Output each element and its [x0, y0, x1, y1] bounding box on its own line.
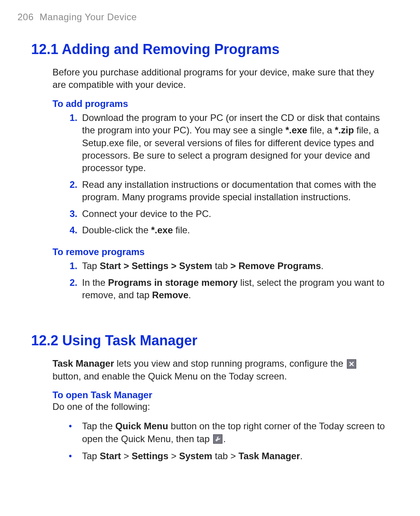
manual-page: 206 Managing Your Device 12.1 Adding and… [0, 0, 420, 516]
close-icon [347, 359, 356, 369]
open-task-manager-bullets: • Tap the Quick Menu button on the top r… [18, 420, 385, 463]
bullet-text: Tap the Quick Menu button on the top rig… [82, 421, 385, 444]
step-number: 2. [66, 178, 77, 191]
section-heading-12-1: 12.1 Adding and Removing Programs [18, 41, 385, 58]
add-programs-steps: 1. Download the program to your PC (or i… [18, 112, 385, 237]
bullet-marker: • [69, 450, 72, 462]
step-text: Tap Start > Settings > System tab > Remo… [82, 261, 324, 271]
step-number: 1. [66, 112, 77, 124]
bullet-quick-menu: • Tap the Quick Menu button on the top r… [80, 420, 385, 446]
subhead-add-programs: To add programs [18, 98, 385, 109]
step-text: Double-click the *.exe file. [82, 225, 190, 235]
step-text: Read any installation instructions or do… [82, 179, 376, 202]
step-text: Download the program to your PC (or inse… [82, 112, 380, 173]
step-number: 1. [66, 260, 77, 272]
subhead-remove-programs: To remove programs [18, 247, 385, 257]
step-number: 2. [66, 276, 77, 289]
step-number: 3. [66, 208, 77, 220]
subhead-open-task-manager: To open Task Manager [18, 390, 385, 401]
remove-step-2: 2. In the Programs in storage memory lis… [80, 276, 385, 302]
bullet-start-settings: • Tap Start > Settings > System tab > Ta… [80, 450, 385, 463]
wrench-icon [213, 434, 222, 444]
step-number: 4. [66, 224, 77, 236]
step-text: Connect your device to the PC. [82, 208, 211, 219]
running-header: 206 Managing Your Device [18, 12, 385, 23]
remove-step-1: 1. Tap Start > Settings > System tab > R… [80, 260, 385, 272]
add-step-1: 1. Download the program to your PC (or i… [80, 112, 385, 175]
add-step-3: 3. Connect your device to the PC. [80, 208, 385, 220]
add-step-2: 2. Read any installation instructions or… [80, 178, 385, 204]
remove-programs-steps: 1. Tap Start > Settings > System tab > R… [18, 260, 385, 301]
section-12-1-intro: Before you purchase additional programs … [18, 66, 385, 91]
running-title: Managing Your Device [40, 12, 137, 22]
step-text: In the Programs in storage memory list, … [82, 277, 385, 300]
add-step-4: 4. Double-click the *.exe file. [80, 224, 385, 236]
section-heading-12-2: 12.2 Using Task Manager [18, 332, 385, 349]
bullet-marker: • [69, 420, 72, 432]
section-12-2-intro: Task Manager lets you view and stop runn… [18, 357, 385, 383]
open-task-manager-lead: Do one of the following: [18, 401, 385, 413]
page-number: 206 [18, 12, 34, 22]
bullet-text: Tap Start > Settings > System tab > Task… [82, 451, 303, 461]
